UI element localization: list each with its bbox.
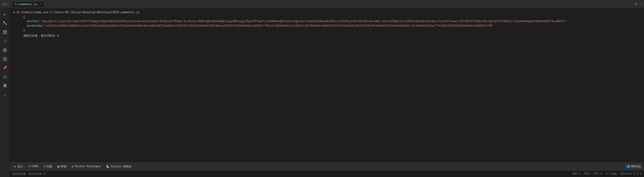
- todo-icon: ≡: [28, 165, 30, 168]
- svg-rect-2: [3, 32, 5, 34]
- problems-button[interactable]: ⊙ 问题: [41, 163, 55, 170]
- encoding: UTF-8: [594, 172, 602, 176]
- python-console-label: Python 控制台: [110, 164, 132, 168]
- problems-label: 问题: [46, 164, 52, 168]
- enc-text-value: 'mpLjWxc1jJzgvl7p/+hpcc6sPYT1G5pgiZ9pDvU…: [41, 19, 640, 24]
- python-packages-icon: ❋: [72, 165, 74, 168]
- bottom-toolbar: ▶ 运行 ≡ TODO ⊙ 问题 ▣ 终端 ❋ Python Packages …: [10, 162, 644, 171]
- enc-sec-key-label: encSecKey:: [23, 24, 44, 28]
- cursor-position: 386:1: [572, 172, 580, 176]
- sidebar-layout[interactable]: [1, 28, 9, 36]
- sidebar-run-debug[interactable]: ▷: [1, 10, 9, 18]
- sidebar-vcs[interactable]: ⎇: [1, 37, 9, 45]
- minimize-icon[interactable]: —: [640, 2, 642, 6]
- sidebar-grid[interactable]: [1, 55, 9, 63]
- title-bar: 运行: ● comments.js × ⚙ —: [0, 0, 644, 8]
- sidebar-layers[interactable]: [1, 73, 9, 81]
- main-layout: ▷ 🔧 ⎇: [0, 8, 644, 177]
- sidebar-wrench[interactable]: 🔧: [1, 19, 9, 27]
- todo-label: TODO: [31, 165, 38, 168]
- enc-sec-key-row: encSecKey: 'a14421ec593ecfd6023cacb3173d…: [14, 24, 640, 28]
- terminal-button[interactable]: ▣ 终端: [55, 163, 69, 170]
- content-area: ▶ D:\nodejs\node.exe C:\Users\Mr.Zhijun\…: [10, 8, 644, 177]
- enc-text-key: encText:: [23, 19, 41, 24]
- python-packages-label: Python Packages: [74, 165, 100, 168]
- enc-sec-key-value: 'a14421ec593ecfd6023cacb3173d5a24bb32a26…: [44, 24, 640, 28]
- run-play-icon: ▶: [14, 165, 16, 168]
- svg-rect-9: [3, 57, 5, 59]
- svg-rect-10: [5, 57, 7, 59]
- status-text: 进程已结束，退出代码为 0: [12, 172, 45, 176]
- problems-icon: ⊙: [44, 165, 45, 168]
- interpreter-info: CPython 3.9.5: [620, 172, 641, 176]
- run-label: 运行:: [2, 2, 10, 6]
- run-arrow-icon: ▶: [14, 10, 15, 15]
- terminal-icon: ▣: [58, 165, 60, 168]
- event-log-label: 事件日志: [631, 165, 641, 168]
- open-brace: {: [23, 15, 25, 19]
- tab-close-button[interactable]: ×: [40, 3, 41, 6]
- command-line-row: ▶ D:\nodejs\node.exe C:\Users\Mr.Zhijun\…: [14, 10, 640, 15]
- python-console-icon: 🐍: [106, 165, 110, 168]
- todo-button[interactable]: ≡ TODO: [26, 163, 41, 170]
- svg-rect-5: [4, 48, 6, 49]
- close-brace-row: }: [14, 28, 640, 33]
- line-ending: CRLF: [584, 172, 590, 176]
- sidebar-star[interactable]: ★: [1, 91, 9, 99]
- status-right: 386:1 CRLF UTF-8 4 个空格 CPython 3.9.5: [572, 172, 641, 176]
- left-sidebar: ▷ 🔧 ⎇: [0, 8, 10, 177]
- process-end-text: 进程已结束，退出代码为 0: [23, 34, 59, 38]
- event-log-count: 1: [626, 165, 630, 168]
- run-button[interactable]: ▶ 运行: [12, 163, 26, 170]
- tab-name: comments.js: [18, 3, 37, 6]
- event-log-badge[interactable]: 1 事件日志: [625, 164, 642, 168]
- svg-rect-12: [5, 59, 7, 61]
- svg-rect-3: [5, 32, 7, 34]
- run-label: 运行: [17, 164, 23, 168]
- sidebar-delete[interactable]: [1, 46, 9, 54]
- indent-info: 4 个空格: [606, 172, 617, 176]
- terminal-output[interactable]: ▶ D:\nodejs\node.exe C:\Users\Mr.Zhijun\…: [10, 8, 644, 162]
- tab-icon: ●: [15, 3, 17, 6]
- title-bar-actions: ⚙ —: [635, 2, 642, 6]
- terminal-label: 终端: [60, 164, 66, 168]
- svg-rect-11: [3, 59, 5, 61]
- status-bar: 进程已结束，退出代码为 0 386:1 CRLF UTF-8 4 个空格 CPy…: [10, 171, 644, 177]
- close-brace: }: [23, 28, 25, 33]
- command-line-text: D:\nodejs\node.exe C:\Users\Mr.Zhijun\De…: [17, 10, 140, 15]
- process-end-row: 进程已结束，退出代码为 0: [14, 34, 640, 38]
- svg-rect-1: [5, 30, 7, 32]
- tab-comments-js[interactable]: ● comments.js ×: [12, 1, 44, 8]
- open-brace-row: {: [14, 15, 640, 19]
- svg-rect-0: [3, 30, 5, 32]
- enc-text-row: encText: 'mpLjWxc1jJzgvl7p/+hpcc6sPYT1G5…: [14, 19, 640, 24]
- sidebar-pin[interactable]: 📌: [1, 64, 9, 72]
- sidebar-bookmark[interactable]: [1, 82, 9, 90]
- settings-icon[interactable]: ⚙: [635, 2, 638, 6]
- python-console-button[interactable]: 🐍 Python 控制台: [103, 163, 134, 170]
- python-packages-button[interactable]: ❋ Python Packages: [69, 163, 104, 170]
